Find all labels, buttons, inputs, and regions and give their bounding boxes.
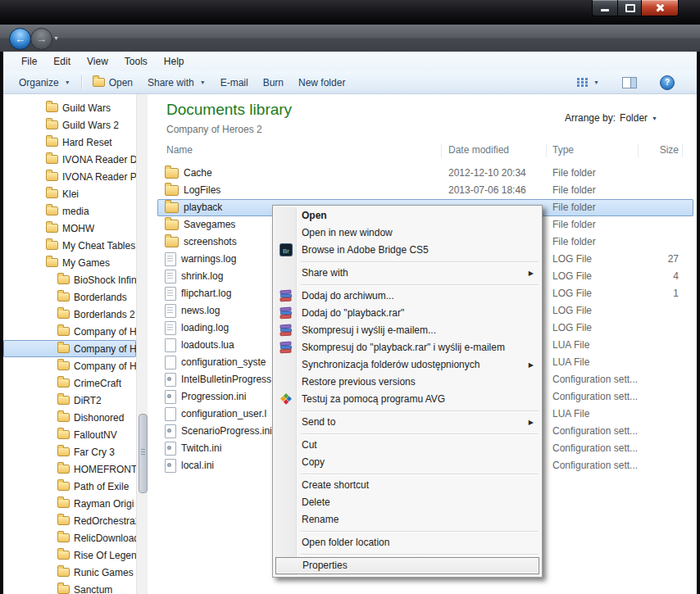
menu-item-label: Browse in Adobe Bridge CS5 bbox=[302, 244, 429, 256]
sidebar-item[interactable]: Rayman Origi bbox=[3, 495, 136, 512]
menubar-item-tools[interactable]: Tools bbox=[116, 52, 156, 71]
sidebar-item[interactable]: Guild Wars bbox=[3, 99, 136, 116]
back-button[interactable]: ← bbox=[9, 28, 31, 50]
menu-item-share-with[interactable]: Share with▶ bbox=[275, 265, 540, 282]
sidebar-item[interactable]: IVONA Reader P bbox=[3, 168, 136, 185]
menu-item-open[interactable]: Open bbox=[275, 207, 540, 224]
menu-item-restore-previous-versions[interactable]: Restore previous versions bbox=[275, 374, 540, 391]
sidebar-item[interactable]: Borderlands 2 bbox=[3, 306, 136, 323]
column-divider[interactable] bbox=[546, 143, 547, 157]
menu-item-copy[interactable]: Copy bbox=[275, 454, 540, 471]
close-button[interactable] bbox=[641, 0, 679, 16]
column-divider[interactable] bbox=[682, 143, 683, 157]
sidebar-item[interactable]: Company of H bbox=[3, 340, 136, 357]
menubar-item-file[interactable]: File bbox=[13, 52, 45, 71]
sidebar-item[interactable]: Klei bbox=[3, 185, 136, 202]
burn-label: Burn bbox=[263, 77, 284, 88]
menu-item-cut[interactable]: Cut bbox=[275, 437, 540, 454]
file-name-cell: local.ini bbox=[165, 457, 214, 474]
sidebar-item[interactable]: Rise Of Legend bbox=[3, 546, 136, 564]
winrar-icon bbox=[280, 306, 293, 320]
new-folder-button[interactable]: New folder bbox=[291, 74, 352, 92]
sidebar-item[interactable]: Dishonored bbox=[3, 409, 136, 426]
views-grid-icon bbox=[577, 78, 588, 87]
minimize-button[interactable] bbox=[592, 0, 618, 16]
ini-file-icon bbox=[165, 459, 176, 473]
email-button[interactable]: E-mail bbox=[213, 74, 256, 92]
folder-icon bbox=[165, 202, 179, 213]
sidebar-item[interactable]: CrimeCraft bbox=[3, 374, 136, 392]
arrange-by-value[interactable]: Folder bbox=[620, 112, 648, 124]
file-name-cell: news.log bbox=[165, 302, 220, 320]
menu-item-browse-in-adobe-bridge-cs5[interactable]: BrBrowse in Adobe Bridge CS5 bbox=[275, 242, 540, 259]
forward-button[interactable]: → bbox=[30, 28, 52, 50]
column-header-type[interactable]: Type bbox=[552, 144, 574, 156]
change-view-button[interactable]: ▼ bbox=[570, 74, 607, 92]
column-divider[interactable] bbox=[638, 143, 639, 157]
sidebar-item[interactable]: BioShock Infin bbox=[3, 271, 136, 288]
file-row[interactable]: Cache2012-12-10 20:34File folder bbox=[148, 165, 697, 182]
menu-item-send-to[interactable]: Send to▶ bbox=[275, 414, 540, 431]
sidebar-item[interactable]: Company of H bbox=[3, 357, 136, 374]
column-header-date-modified[interactable]: Date modified bbox=[448, 144, 509, 156]
sidebar-item[interactable]: Path of Exile bbox=[3, 478, 136, 495]
menu-item-dodaj-do-playback-rar[interactable]: Dodaj do "playback.rar" bbox=[275, 305, 540, 322]
open-button[interactable]: Open bbox=[85, 74, 140, 92]
sidebar-item[interactable]: Company of H bbox=[3, 323, 136, 340]
sidebar-item[interactable]: Hard Reset bbox=[3, 134, 136, 151]
sidebar-item[interactable]: IVONA Reader D bbox=[3, 151, 136, 168]
menu-item-skompresuj-do-playback-rar-i-wy-lij-e-mailem[interactable]: Skompresuj do "playback.rar" i wyślij e-… bbox=[275, 339, 540, 356]
column-header-name[interactable]: Name bbox=[166, 144, 193, 156]
organize-button[interactable]: Organize ▼ bbox=[11, 74, 78, 92]
titlebar[interactable] bbox=[0, 0, 700, 25]
file-row[interactable]: LogFiles2013-07-06 18:46File folder bbox=[148, 182, 697, 199]
menu-item-properties[interactable]: Properties bbox=[275, 557, 539, 574]
folder-icon bbox=[57, 516, 70, 525]
sidebar-item[interactable]: Borderlands bbox=[3, 288, 136, 306]
menu-item-delete[interactable]: Delete bbox=[275, 494, 540, 511]
menubar-item-edit[interactable]: Edit bbox=[45, 52, 79, 71]
recent-pages-chevron-icon[interactable]: ▼ bbox=[53, 35, 59, 41]
sidebar-item[interactable]: RedOrchestra2 bbox=[3, 512, 136, 529]
file-type-cell: File folder bbox=[552, 216, 596, 234]
sidebar-item[interactable]: My Games bbox=[3, 254, 136, 271]
folder-icon bbox=[46, 155, 58, 164]
sidebar-item[interactable]: HOMEFRONT bbox=[3, 460, 136, 478]
menu-item-label: Properties bbox=[302, 560, 348, 571]
share-with-button[interactable]: Share with ▼ bbox=[140, 74, 213, 92]
menubar-item-view[interactable]: View bbox=[79, 52, 116, 71]
menu-item-skompresuj-i-wy-lij-e-mailem[interactable]: Skompresuj i wyślij e-mailem... bbox=[275, 322, 540, 339]
file-name-cell: Savegames bbox=[165, 216, 235, 234]
sidebar-item[interactable]: Sanctum bbox=[3, 581, 136, 594]
file-name-cell: playback bbox=[165, 199, 222, 216]
sidebar-item[interactable]: RelicDownload bbox=[3, 529, 136, 546]
menubar-item-help[interactable]: Help bbox=[156, 52, 193, 71]
menu-item-testuj-za-pomoc-programu-avg[interactable]: Testuj za pomocą programu AVG bbox=[275, 391, 540, 408]
help-icon: ? bbox=[660, 75, 675, 90]
column-header-size[interactable]: Size bbox=[628, 144, 679, 156]
help-button[interactable]: ? bbox=[652, 74, 682, 92]
sidebar-item[interactable]: Runic Games bbox=[3, 564, 136, 581]
sidebar-item[interactable]: FalloutNV bbox=[3, 426, 136, 443]
sidebar-item[interactable]: MOHW bbox=[3, 220, 136, 237]
arrange-by-control[interactable]: Arrange by: Folder ▼ bbox=[565, 112, 657, 124]
menu-item-synchronizacja-folder-w-udost-pnionych[interactable]: Synchronizacja folderów udostępnionych▶ bbox=[275, 356, 540, 374]
column-divider[interactable] bbox=[441, 143, 442, 157]
sidebar-item[interactable]: DiRT2 bbox=[3, 392, 136, 409]
menu-item-open-in-new-window[interactable]: Open in new window bbox=[275, 224, 540, 242]
maximize-button[interactable] bbox=[618, 0, 641, 16]
burn-button[interactable]: Burn bbox=[256, 74, 291, 92]
preview-pane-button[interactable] bbox=[615, 74, 644, 92]
sidebar-item-label: My Cheat Tables bbox=[62, 240, 135, 252]
file-name-label: Twitch.ini bbox=[181, 440, 221, 457]
menu-item-create-shortcut[interactable]: Create shortcut bbox=[275, 477, 540, 494]
sidebar-item[interactable]: Guild Wars 2 bbox=[3, 116, 136, 134]
sidebar-item[interactable]: media bbox=[3, 202, 136, 220]
sidebar-item[interactable]: My Cheat Tables bbox=[3, 237, 136, 254]
menu-item-rename[interactable]: Rename bbox=[275, 511, 540, 528]
sidebar-scrollbar[interactable] bbox=[136, 94, 148, 594]
menu-item-open-folder-location[interactable]: Open folder location bbox=[275, 534, 540, 551]
sidebar-item[interactable]: Far Cry 3 bbox=[3, 443, 136, 460]
scrollbar-thumb[interactable] bbox=[139, 414, 148, 493]
menu-item-dodaj-do-archiwum[interactable]: Dodaj do archiwum... bbox=[275, 288, 540, 305]
